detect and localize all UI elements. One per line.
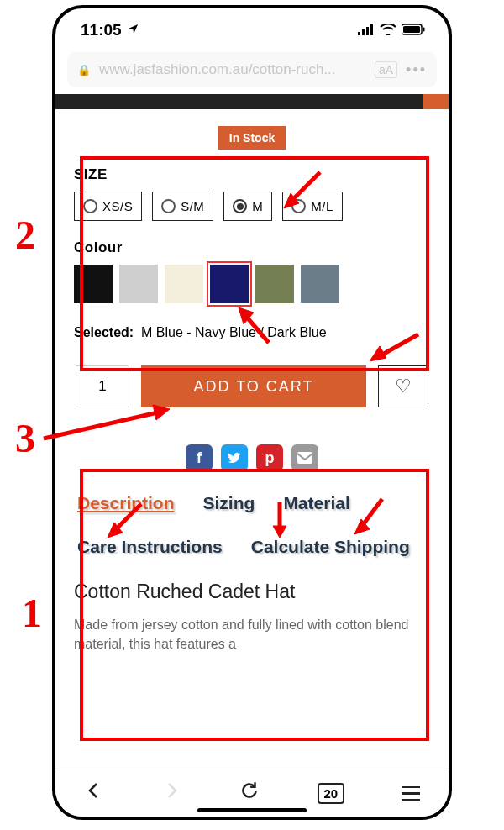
tabs-button[interactable]: 20: [318, 783, 345, 804]
forward-button[interactable]: [161, 780, 181, 806]
radio-icon: [233, 199, 247, 213]
svg-rect-6: [423, 28, 425, 32]
size-option-s-m[interactable]: S/M: [152, 192, 213, 221]
product-title: Cotton Ruched Cadet Hat: [74, 580, 430, 603]
size-option-label: M: [252, 199, 263, 213]
add-to-cart-button[interactable]: ADD TO CART: [141, 365, 366, 407]
product-tabs: Description Sizing Material Care Instruc…: [74, 490, 430, 569]
radio-icon: [83, 199, 97, 213]
reader-icon[interactable]: aA: [375, 61, 397, 78]
header-band: [55, 94, 449, 109]
size-option-label: XS/S: [102, 199, 133, 213]
heart-icon: ♡: [395, 376, 412, 397]
radio-icon: [291, 199, 306, 213]
svg-rect-3: [370, 24, 373, 35]
tab-shipping[interactable]: Calculate Shipping: [251, 537, 410, 557]
svg-rect-1: [362, 29, 365, 35]
colour-swatches: [74, 265, 430, 303]
product-description: Made from jersey cotton and fully lined …: [74, 615, 430, 654]
cell-signal-icon: [358, 21, 375, 39]
status-bar: 11:05: [55, 8, 449, 52]
size-option-label: M/L: [311, 199, 333, 213]
wishlist-button[interactable]: ♡: [378, 365, 428, 407]
annotation-number-3: 3: [15, 415, 35, 461]
twitter-icon[interactable]: [221, 444, 248, 471]
size-option-m[interactable]: M: [223, 192, 272, 221]
home-indicator: [197, 808, 307, 812]
email-icon[interactable]: [291, 444, 318, 471]
stock-badge: In Stock: [218, 126, 286, 150]
radio-icon: [161, 199, 176, 213]
svg-rect-0: [358, 32, 360, 35]
battery-icon: [402, 21, 425, 39]
reload-button[interactable]: [239, 780, 260, 807]
size-option-label: S/M: [181, 199, 204, 213]
tab-description[interactable]: Description: [77, 493, 175, 513]
colour-swatch-cream[interactable]: [165, 265, 203, 303]
svg-rect-5: [403, 26, 420, 33]
tab-care[interactable]: Care Instructions: [77, 537, 223, 557]
more-icon[interactable]: •••: [406, 61, 427, 79]
size-option-xs-s[interactable]: XS/S: [74, 192, 142, 221]
wifi-icon: [380, 21, 396, 39]
tab-material[interactable]: Material: [283, 493, 349, 513]
colour-swatch-olive[interactable]: [255, 265, 294, 303]
annotation-number-2: 2: [15, 212, 35, 258]
tab-sizing[interactable]: Sizing: [203, 493, 255, 513]
facebook-icon[interactable]: f: [186, 444, 213, 471]
selection-summary: Selected: M Blue - Navy Blue / Dark Blue: [74, 325, 430, 340]
back-button[interactable]: [84, 780, 104, 806]
status-time: 11:05: [81, 21, 122, 39]
colour-swatch-slate[interactable]: [301, 265, 339, 303]
colour-label: Colour: [74, 239, 430, 256]
annotation-number-1: 1: [22, 590, 42, 636]
social-share: f p: [74, 444, 430, 471]
browser-url-bar[interactable]: 🔒 www.jasfashion.com.au/cotton-ruch... a…: [67, 52, 437, 87]
phone-frame: 11:05 🔒 www.jasfashion.com.au/cotton-ruc…: [52, 5, 452, 820]
svg-rect-2: [366, 27, 369, 35]
colour-swatch-navy[interactable]: [210, 265, 249, 303]
lock-icon: 🔒: [77, 64, 91, 76]
size-options: XS/S S/M M M/L: [74, 192, 430, 221]
size-label: SIZE: [74, 166, 430, 183]
pinterest-icon[interactable]: p: [256, 444, 283, 471]
url-text: www.jasfashion.com.au/cotton-ruch...: [99, 61, 366, 78]
size-option-m-l[interactable]: M/L: [282, 192, 343, 221]
page-content: In Stock SIZE XS/S S/M M M/L: [55, 94, 449, 775]
menu-button[interactable]: [402, 786, 420, 801]
colour-swatch-grey[interactable]: [119, 265, 158, 303]
colour-swatch-black[interactable]: [74, 265, 113, 303]
location-icon: [127, 21, 139, 39]
quantity-input[interactable]: [76, 365, 129, 407]
svg-rect-7: [297, 452, 312, 464]
